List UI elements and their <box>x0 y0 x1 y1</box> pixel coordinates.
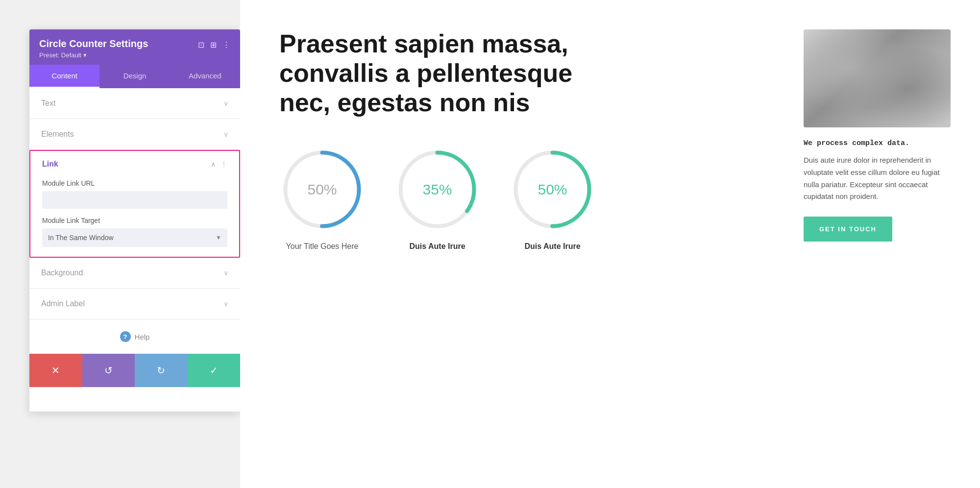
panel-title-group: Circle Counter Settings Preset: Default … <box>39 38 198 59</box>
undo-button[interactable]: ↺ <box>82 354 135 387</box>
right-subtitle: We process complex data. <box>804 139 951 147</box>
text-accordion-header[interactable]: Text ∨ <box>29 88 240 119</box>
tabs-bar: Content Design Advanced <box>29 65 240 88</box>
content-left: Praesent sapien massa, convallis a pelle… <box>279 29 774 251</box>
elements-accordion-header[interactable]: Elements ∨ <box>29 119 240 149</box>
circle-item-3: 50% Duis Aute Irure <box>510 146 595 251</box>
elements-section: Elements ∨ <box>29 119 240 150</box>
circle-container-1: 50% <box>279 146 365 232</box>
help-icon: ? <box>120 331 131 342</box>
main-content: Praesent sapien massa, convallis a pelle… <box>240 0 980 488</box>
circle-value-1: 50% <box>307 181 337 198</box>
hero-heading: Praesent sapien massa, convallis a pelle… <box>279 29 612 117</box>
text-section: Text ∨ <box>29 88 240 119</box>
circle-title-3: Duis Aute Irure <box>524 242 580 251</box>
link-section: Link ∧ ⋮ Module Link URL Module Link Tar… <box>29 150 240 258</box>
background-accordion-header[interactable]: Background ∨ <box>29 258 240 288</box>
right-body: Duis aute irure dolor in reprehenderit i… <box>804 154 951 203</box>
action-bar: ✕ ↺ ↻ ✓ <box>29 354 240 387</box>
link-accordion-header[interactable]: Link ∧ ⋮ <box>30 151 239 177</box>
target-select[interactable]: In The Same Window In A New Tab <box>42 228 227 247</box>
circles-row: 50% Your Title Goes Here 35% Duis Aute I… <box>279 146 774 251</box>
help-section[interactable]: ? Help <box>29 319 240 354</box>
more-icon[interactable]: ⋮ <box>222 40 230 49</box>
circle-container-2: 35% <box>394 146 480 232</box>
link-header-icons: ∧ ⋮ <box>211 160 227 168</box>
fullscreen-icon[interactable]: ⊡ <box>198 40 204 49</box>
text-chevron-icon: ∨ <box>223 99 228 107</box>
right-image <box>804 29 951 127</box>
url-input[interactable] <box>42 191 227 209</box>
help-label: Help <box>135 333 150 341</box>
link-content: Module Link URL Module Link Target In Th… <box>30 177 239 257</box>
link-label: Link <box>42 160 58 169</box>
target-label: Module Link Target <box>42 217 227 224</box>
settings-panel: Circle Counter Settings Preset: Default … <box>29 29 240 412</box>
circle-item-2: 35% Duis Aute Irure <box>394 146 480 251</box>
url-label: Module Link URL <box>42 179 227 187</box>
circle-title-2: Duis Aute Irure <box>409 242 465 251</box>
panel-title: Circle Counter Settings <box>39 38 198 49</box>
tab-design[interactable]: Design <box>99 65 170 88</box>
image-overlay <box>804 29 951 127</box>
background-chevron-icon: ∨ <box>223 269 228 277</box>
circle-value-2: 35% <box>422 181 452 198</box>
circle-container-3: 50% <box>510 146 595 232</box>
columns-icon[interactable]: ⊞ <box>210 40 217 49</box>
panel-header: Circle Counter Settings Preset: Default … <box>29 29 240 65</box>
tab-advanced[interactable]: Advanced <box>170 65 240 88</box>
circle-title-1: Your Title Goes Here <box>286 242 359 251</box>
panel-preset[interactable]: Preset: Default ▾ <box>39 51 198 59</box>
elements-label: Elements <box>41 130 74 139</box>
admin-label-chevron-icon: ∨ <box>223 300 228 308</box>
background-section: Background ∨ <box>29 258 240 289</box>
tab-content[interactable]: Content <box>29 65 99 88</box>
redo-button[interactable]: ↻ <box>135 354 188 387</box>
admin-label-label: Admin Label <box>41 299 85 308</box>
admin-label-section: Admin Label ∨ <box>29 289 240 319</box>
cta-button[interactable]: GET IN TOUCH <box>804 217 892 242</box>
link-collapse-icon[interactable]: ∧ <box>211 160 216 168</box>
circle-item-1: 50% Your Title Goes Here <box>279 146 365 251</box>
text-label: Text <box>41 99 55 108</box>
admin-label-accordion-header[interactable]: Admin Label ∨ <box>29 289 240 319</box>
elements-chevron-icon: ∨ <box>223 130 228 138</box>
link-more-icon[interactable]: ⋮ <box>220 160 227 168</box>
panel-header-icons: ⊡ ⊞ ⋮ <box>198 40 230 49</box>
circle-value-3: 50% <box>538 181 567 198</box>
target-select-wrapper: In The Same Window In A New Tab ▼ <box>42 228 227 247</box>
content-right: We process complex data. Duis aute irure… <box>804 29 951 242</box>
confirm-button[interactable]: ✓ <box>188 354 241 387</box>
panel-body: Text ∨ Elements ∨ Link ∧ ⋮ Module Link U… <box>29 88 240 387</box>
background-label: Background <box>41 268 83 277</box>
cancel-button[interactable]: ✕ <box>29 354 82 387</box>
